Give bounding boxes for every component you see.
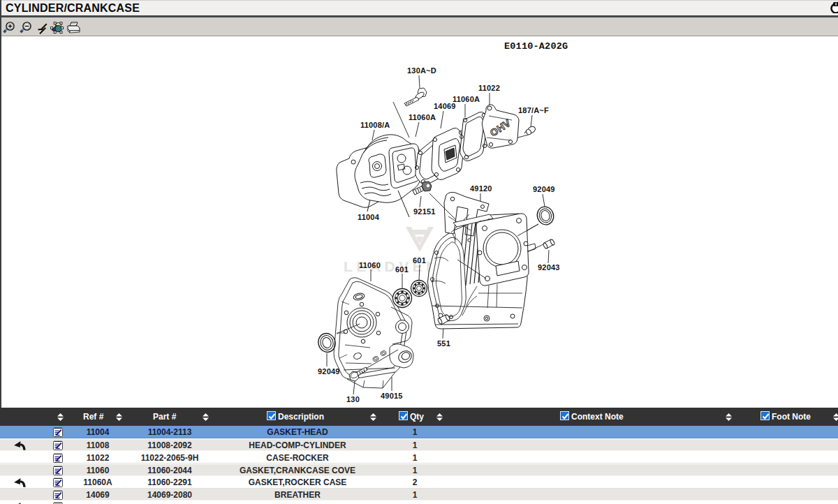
- svg-text:11060: 11060: [359, 261, 381, 269]
- svg-text:601: 601: [395, 265, 409, 274]
- svg-text:551: 551: [437, 339, 450, 348]
- svg-text:92049: 92049: [318, 367, 340, 376]
- svg-text:11004: 11004: [358, 213, 380, 221]
- svg-text:11060A: 11060A: [409, 113, 436, 121]
- svg-text:11022: 11022: [478, 84, 500, 92]
- svg-text:49120: 49120: [470, 184, 492, 193]
- svg-text:49015: 49015: [381, 392, 403, 400]
- svg-text:187/A~F: 187/A~F: [518, 106, 549, 114]
- svg-text:11008/A: 11008/A: [360, 121, 390, 129]
- svg-text:130A~D: 130A~D: [407, 66, 436, 75]
- svg-text:92151: 92151: [413, 207, 436, 216]
- svg-text:92049: 92049: [533, 185, 555, 193]
- svg-text:11060A: 11060A: [453, 95, 480, 103]
- svg-text:E0110-A202G: E0110-A202G: [504, 41, 568, 52]
- svg-text:601: 601: [413, 256, 426, 265]
- svg-text:130: 130: [346, 395, 360, 403]
- svg-text:92043: 92043: [538, 263, 560, 272]
